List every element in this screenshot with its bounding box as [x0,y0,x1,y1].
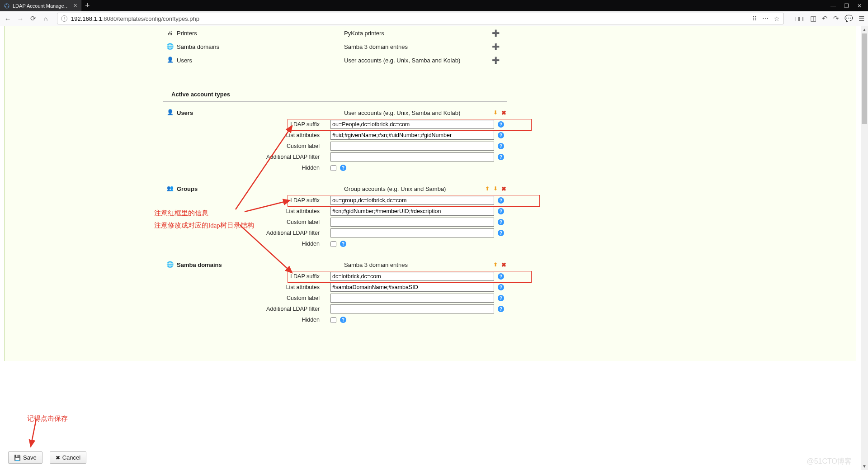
help-icon[interactable]: ? [498,273,504,280]
tab-close-icon[interactable]: ✕ [73,3,77,9]
help-icon[interactable]: ? [498,132,504,138]
browser-tab[interactable]: LDAP Account Manager Con ✕ [0,0,81,11]
annotation-save-hint: 记得点击保存 [27,413,68,425]
form-buttons: 💾Save ✖Cancel [8,451,86,464]
new-tab-button[interactable]: + [85,1,90,10]
library-icon[interactable]: ⫿⫿⫿ [794,14,805,23]
save-icon: 💾 [14,455,21,461]
label-ldap-suffix: LDAP suffix [163,121,330,128]
vertical-scrollbar[interactable]: ▲ ▼ [861,26,868,470]
ldap-suffix-input[interactable] [330,196,494,205]
site-info-icon[interactable]: i [61,15,67,22]
avail-desc: PyKota printers [344,30,489,37]
watermark: @51CTO博客 [807,457,852,466]
help-icon[interactable]: ? [498,306,504,312]
group-icon [166,185,174,192]
account-desc: Group accounts (e.g. Unix and Samba) [344,185,484,192]
globe-icon [166,43,174,50]
add-type-icon[interactable]: ➕ [492,43,500,50]
help-icon[interactable]: ? [340,317,346,323]
chat-icon[interactable]: 💬 [844,14,853,23]
custom-label-input[interactable] [330,218,494,227]
ldap-filter-input[interactable] [330,228,494,237]
help-icon[interactable]: ? [498,197,504,204]
sidebar-icon[interactable]: ◫ [810,14,816,23]
remove-icon[interactable]: ✖ [500,185,507,192]
menu-icon[interactable]: ☰ [859,14,864,23]
help-icon[interactable]: ? [498,219,504,225]
hidden-checkbox[interactable] [330,241,336,247]
help-icon[interactable]: ? [498,121,504,128]
cancel-icon: ✖ [56,455,60,461]
cancel-button[interactable]: ✖Cancel [50,451,86,464]
move-down-icon[interactable] [492,185,499,192]
qr-icon[interactable]: ⠿ [752,15,757,22]
list-attrs-input[interactable] [330,131,494,140]
help-icon[interactable]: ? [498,295,504,301]
label-hidden: Hidden [163,165,330,171]
avail-name: Samba domains [177,43,344,50]
browser-toolbar: ← → ⟳ ⌂ i 192.168.1.1:8080/templates/con… [0,11,868,26]
ldap-suffix-input[interactable] [330,272,494,281]
help-icon[interactable]: ? [340,165,346,171]
label-ldap-suffix: LDAP suffix [163,273,330,280]
account-desc: User accounts (e.g. Unix, Samba and Kola… [344,109,492,116]
label-list-attrs: List attributes [163,132,330,138]
reload-button[interactable]: ⟳ [29,14,37,23]
ldap-filter-input[interactable] [330,152,494,161]
window-controls: — ❐ ✕ [824,0,868,11]
url-bar[interactable]: i 192.168.1.1:8080/templates/config/conf… [57,13,784,24]
window-minimize-icon[interactable]: — [830,3,836,9]
url-path: :8080/templates/config/conftypes.php [102,15,199,22]
available-types-table: Printers PyKota printers ➕ Samba domains… [163,26,507,67]
scroll-up-icon[interactable]: ▲ [861,26,868,33]
list-attrs-input[interactable] [330,283,494,292]
custom-label-input[interactable] [330,294,494,303]
account-title: Samba domains [177,261,344,268]
avail-name: Printers [177,30,344,37]
hidden-checkbox[interactable] [330,317,336,323]
redo-icon[interactable]: ↷ [833,14,839,23]
label-filter: Additional LDAP filter [163,306,330,312]
scroll-down-icon[interactable]: ▼ [861,463,868,470]
custom-label-input[interactable] [330,142,494,151]
help-icon[interactable]: ? [498,284,504,290]
home-button[interactable]: ⌂ [42,15,50,23]
move-up-icon[interactable] [492,261,499,268]
help-icon[interactable]: ? [340,241,346,247]
add-type-icon[interactable]: ➕ [492,57,500,64]
scrollbar-thumb[interactable] [862,33,867,124]
printer-icon [166,29,174,37]
window-maximize-icon[interactable]: ❐ [844,3,849,9]
user-icon [166,57,174,64]
undo-icon[interactable]: ↶ [822,14,828,23]
account-title: Groups [177,185,344,192]
help-icon[interactable]: ? [498,208,504,214]
remove-icon[interactable]: ✖ [500,261,507,268]
back-button[interactable]: ← [4,15,12,23]
tab-title: LDAP Account Manager Con [13,3,71,9]
label-hidden: Hidden [163,317,330,323]
move-down-icon[interactable] [492,109,499,116]
remove-icon[interactable]: ✖ [500,109,507,116]
user-icon [166,109,174,116]
bookmark-star-icon[interactable]: ☆ [774,15,780,22]
url-host: 192.168.1.1 [71,15,102,22]
hidden-checkbox[interactable] [330,165,336,171]
ldap-suffix-input[interactable] [330,120,494,129]
window-close-icon[interactable]: ✕ [857,3,862,9]
ldap-filter-input[interactable] [330,304,494,313]
help-icon[interactable]: ? [498,154,504,160]
help-icon[interactable]: ? [498,230,504,236]
account-block-users: Users User accounts (e.g. Unix, Samba an… [163,109,507,173]
list-attrs-input[interactable] [330,207,494,216]
add-type-icon[interactable]: ➕ [492,29,500,37]
annotation-note: 注意红框里的信息 注意修改成对应的ldap树目录结构 [154,207,254,232]
svg-point-1 [6,4,7,5]
help-icon[interactable]: ? [498,143,504,149]
label-hidden: Hidden [163,241,330,247]
move-up-icon[interactable] [484,185,491,192]
page-actions-icon[interactable]: ⋯ [762,15,769,22]
save-button[interactable]: 💾Save [8,451,42,464]
avail-desc: Samba 3 domain entries [344,43,489,50]
